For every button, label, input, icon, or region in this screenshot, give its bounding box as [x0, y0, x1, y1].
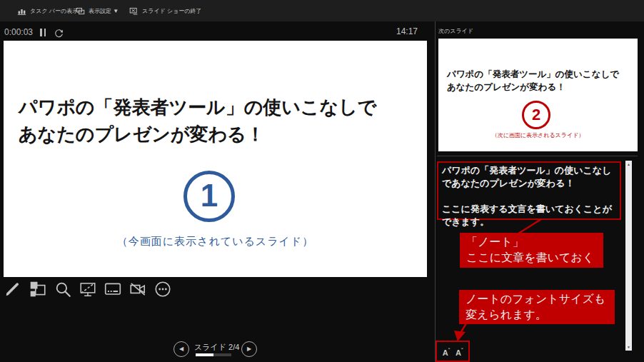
slide-progress-bar	[196, 353, 231, 356]
fontsize-annotation-callout: ノートのフォントサイズも 変えられます。	[459, 290, 615, 324]
restart-timer-button[interactable]	[54, 28, 64, 41]
speaker-notes: パワポの「発表者ツール」の使いこなしであなたのプレゼンが変わる！ ここに発表する…	[437, 161, 621, 220]
zoom-slide-button[interactable]	[53, 279, 73, 299]
panel-divider	[435, 21, 436, 362]
increase-font-button[interactable]: Aˆ	[443, 346, 450, 357]
presenter-view: タスク バーの表示 表示設定 ▼ スライド ショーの終了 0:00:03	[0, 0, 644, 362]
subtitles-icon	[104, 280, 122, 298]
display-settings-button[interactable]: 表示設定 ▼	[76, 0, 119, 21]
end-slideshow-button[interactable]: スライド ショーの終了	[129, 0, 202, 21]
notes-annotation-callout: 「ノート」 ここに文章を書いておく	[460, 233, 603, 268]
notes-paragraph: パワポの「発表者ツール」の使いこなしであなたのプレゼンが変わる！	[442, 164, 616, 190]
camera-off-icon	[129, 280, 147, 298]
black-screen-icon	[79, 280, 97, 298]
decrease-font-button[interactable]: Aˇ	[456, 346, 463, 357]
callout-arrowhead	[454, 331, 466, 341]
circled-number-1: 1	[183, 171, 235, 222]
slide-title: パワポの「発表者ツール」の使いこなしで あなたのプレゼンが変わる！	[19, 94, 376, 148]
circled-number-2: 2	[522, 101, 550, 129]
display-settings-icon	[76, 6, 85, 16]
camera-off-button[interactable]	[128, 279, 148, 299]
restart-icon	[54, 29, 64, 38]
previous-slide-button[interactable]: ◀	[173, 341, 189, 357]
preview-slide-caption: （次に画面に表示されるスライド）	[438, 131, 638, 139]
scroll-down-icon[interactable]: ▼	[625, 345, 632, 349]
taskbar-icon	[17, 6, 26, 16]
notes-scrollbar[interactable]: ▲ ▼	[625, 161, 632, 351]
prev-arrow-icon: ◀	[179, 346, 183, 352]
display-settings-label: 表示設定 ▼	[89, 7, 119, 15]
next-arrow-icon: ▶	[247, 346, 251, 352]
next-slide-preview[interactable]: パワポの「発表者ツール」の使いこなしで あなたのプレゼンが変わる！ 2 （次に画…	[438, 39, 638, 151]
caret-down-icon: ˇ	[461, 348, 463, 353]
notes-paragraph: ここに発表する文言を書いておくことができます。	[442, 203, 616, 228]
subtitles-button[interactable]	[103, 279, 123, 299]
current-time: 14:17	[382, 26, 418, 36]
black-screen-button[interactable]	[78, 279, 98, 299]
slide-caption: （今画面に表示されているスライド）	[4, 235, 427, 248]
presenter-toolbar	[3, 279, 173, 301]
pause-timer-button[interactable]	[40, 29, 49, 37]
scroll-up-icon[interactable]: ▲	[625, 162, 632, 166]
current-slide-view[interactable]: パワポの「発表者ツール」の使いこなしで あなたのプレゼンが変わる！ 1 （今画面…	[4, 41, 427, 277]
end-slideshow-icon	[129, 6, 139, 16]
more-options-button[interactable]	[153, 279, 173, 299]
show-taskbar-label: タスク バーの表示	[30, 7, 78, 15]
fontsize-controls: Aˆ Aˇ	[436, 341, 470, 362]
pause-icon	[40, 29, 42, 36]
next-slide-header: 次のスライド	[438, 27, 473, 35]
pen-icon	[4, 280, 22, 298]
next-slide-button[interactable]: ▶	[241, 341, 257, 357]
pen-tool-button[interactable]	[3, 279, 23, 299]
preview-slide-title: パワポの「発表者ツール」の使いこなしで あなたのプレゼンが変わる！	[447, 68, 619, 94]
more-options-icon	[154, 280, 172, 298]
top-menu-bar: タスク バーの表示 表示設定 ▼ スライド ショーの終了	[0, 0, 644, 21]
end-slideshow-label: スライド ショーの終了	[142, 7, 202, 15]
see-all-slides-icon	[29, 280, 47, 298]
notes-divider	[437, 156, 638, 156]
slide-progress-fill	[196, 353, 213, 356]
elapsed-timer: 0:00:03	[4, 27, 33, 37]
magnifier-icon	[54, 280, 72, 298]
caret-up-icon: ˆ	[448, 348, 450, 353]
show-taskbar-button[interactable]: タスク バーの表示	[17, 0, 78, 21]
see-all-slides-button[interactable]	[28, 279, 48, 299]
slide-counter: スライド 2/4	[194, 342, 239, 353]
